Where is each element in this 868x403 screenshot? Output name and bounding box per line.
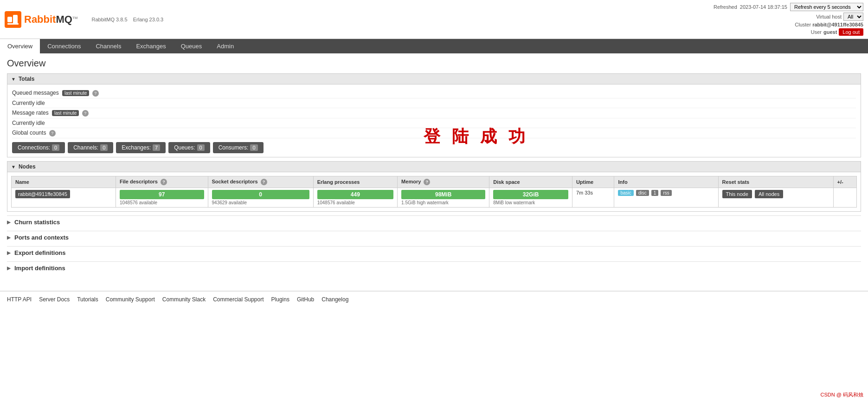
uptime-cell: 7m 33s [572, 188, 614, 208]
memory-value: 98MiB [401, 190, 485, 199]
file-desc-sub: 1048576 available [120, 200, 204, 205]
footer-http-api[interactable]: HTTP API [7, 296, 32, 303]
message-rates-help[interactable]: ? [82, 110, 89, 117]
churn-statistics-header[interactable]: ▶ Churn statistics [7, 215, 861, 228]
nodes-header[interactable]: ▼ Nodes [7, 161, 861, 172]
message-rates-row: Message rates last minute ? [12, 108, 856, 118]
ports-contexts-section: ▶ Ports and contexts [7, 231, 861, 244]
consumers-count: 0 [250, 144, 257, 151]
erlang-proc-sub: 1048576 available [317, 200, 393, 205]
rabbitmq-version: RabbitMQ 3.8.5 [91, 17, 127, 22]
export-definitions-section: ▶ Export definitions [7, 246, 861, 259]
memory-cell: 98MiB 1.5GiB high watermark [398, 188, 489, 208]
ports-contexts-header[interactable]: ▶ Ports and contexts [7, 231, 861, 244]
uptime-value: 7m 33s [576, 190, 593, 195]
memory-help[interactable]: ? [424, 179, 430, 185]
info-basic: basic [618, 190, 633, 196]
footer: HTTP API Server Docs Tutorials Community… [0, 291, 868, 307]
main-content: 登 陆 成 功 Overview ▼ Totals Queued message… [0, 53, 868, 281]
message-rates-badge: last minute [52, 110, 79, 116]
connections-count-btn[interactable]: Connections:0 [12, 142, 65, 153]
nodes-body: Name File descriptors ? Socket descripto… [7, 172, 861, 212]
file-desc-cell: 97 1048576 available [116, 188, 208, 208]
col-plus-minus[interactable]: +/- [833, 176, 856, 188]
col-erlang-proc: Erlang processes [313, 176, 397, 188]
vhost-select[interactable]: All / [843, 13, 863, 21]
nav-connections[interactable]: Connections [40, 39, 88, 53]
col-memory: Memory ? [398, 176, 489, 188]
footer-community-support[interactable]: Community Support [106, 296, 155, 303]
exchanges-count: 7 [153, 144, 160, 151]
socket-desc-sub: 943629 available [212, 200, 309, 205]
footer-tutorials[interactable]: Tutorials [77, 296, 98, 303]
ports-arrow: ▶ [7, 235, 11, 240]
footer-commercial-support[interactable]: Commercial Support [213, 296, 264, 303]
refresh-select[interactable]: Refresh every 5 seconds Refresh every 10… [790, 3, 863, 11]
totals-body: Queued messages last minute ? Currently … [7, 84, 861, 157]
erlang-proc-value: 449 [317, 190, 393, 199]
info-cell: basic disc 1 rss [614, 188, 718, 208]
info-1: 1 [651, 190, 659, 196]
col-name: Name [12, 176, 116, 188]
footer-server-docs[interactable]: Server Docs [39, 296, 70, 303]
header: RabbitMQTM RabbitMQ 3.8.5 Erlang 23.0.3 … [0, 0, 868, 39]
nav-queues[interactable]: Queues [174, 39, 210, 53]
col-uptime: Uptime [572, 176, 614, 188]
col-file-desc: File descriptors ? [116, 176, 208, 188]
import-definitions-header[interactable]: ▶ Import definitions [7, 261, 861, 274]
footer-plugins[interactable]: Plugins [271, 296, 289, 303]
col-info: Info [614, 176, 718, 188]
queues-count-btn[interactable]: Queues:0 [168, 142, 210, 153]
user-row: User guest Log out [714, 28, 863, 36]
svg-rect-2 [7, 23, 19, 25]
socket-desc-cell: 0 943629 available [208, 188, 313, 208]
footer-changelog[interactable]: Changelog [321, 296, 348, 303]
export-arrow: ▶ [7, 250, 11, 255]
global-counts-help[interactable]: ? [49, 130, 56, 136]
currently-idle-1-label: Currently idle [12, 100, 45, 106]
file-desc-help[interactable]: ? [161, 179, 167, 185]
consumers-count-btn[interactable]: Consumers:0 [213, 142, 264, 153]
reset-stats-cell: This node All nodes [718, 188, 833, 208]
totals-header[interactable]: ▼ Totals [7, 73, 861, 84]
nav-channels[interactable]: Channels [88, 39, 129, 53]
refreshed-time: 2023-07-14 18:37:15 [740, 4, 787, 10]
nav-bar: Overview Connections Channels Exchanges … [0, 39, 868, 53]
channels-count-btn[interactable]: Channels:0 [68, 142, 113, 153]
import-label: Import definitions [14, 265, 65, 272]
all-nodes-button[interactable]: All nodes [755, 190, 783, 198]
file-desc-value: 97 [120, 190, 204, 199]
footer-community-slack[interactable]: Community Slack [162, 296, 206, 303]
cluster-label: Cluster [795, 22, 811, 27]
col-reset-stats: Reset stats [718, 176, 833, 188]
exchanges-count-btn[interactable]: Exchanges:7 [116, 142, 166, 153]
churn-label: Churn statistics [14, 219, 60, 226]
logo-brand: RabbitMQTM [24, 13, 77, 26]
svg-rect-0 [7, 17, 12, 22]
logo: RabbitMQTM [5, 11, 77, 28]
queued-messages-help[interactable]: ? [92, 90, 99, 97]
queues-count: 0 [197, 144, 205, 151]
refresh-row: Refreshed 2023-07-14 18:37:15 Refresh ev… [714, 3, 863, 11]
nav-exchanges[interactable]: Exchanges [129, 39, 173, 53]
currently-idle-2-row: Currently idle [12, 118, 856, 128]
footer-github[interactable]: GitHub [297, 296, 314, 303]
socket-desc-help[interactable]: ? [261, 179, 267, 185]
currently-idle-2-label: Currently idle [12, 120, 45, 126]
export-label: Export definitions [14, 249, 66, 256]
plus-minus-cell [833, 188, 856, 208]
svg-rect-1 [13, 15, 18, 24]
nav-overview[interactable]: Overview [0, 39, 40, 53]
message-rates-label: Message rates [12, 110, 49, 116]
disk-space-cell: 32GiB 8MiB low watermark [489, 188, 572, 208]
user-label: User [811, 29, 822, 35]
export-definitions-header[interactable]: ▶ Export definitions [7, 246, 861, 259]
socket-desc-value: 0 [212, 190, 309, 199]
page-title: Overview [7, 58, 861, 69]
nav-admin[interactable]: Admin [209, 39, 241, 53]
this-node-button[interactable]: This node [722, 190, 752, 198]
logout-button[interactable]: Log out [839, 28, 863, 36]
totals-section: ▼ Totals Queued messages last minute ? C… [7, 73, 861, 157]
churn-arrow: ▶ [7, 220, 11, 225]
erlang-proc-cell: 449 1048576 available [313, 188, 397, 208]
